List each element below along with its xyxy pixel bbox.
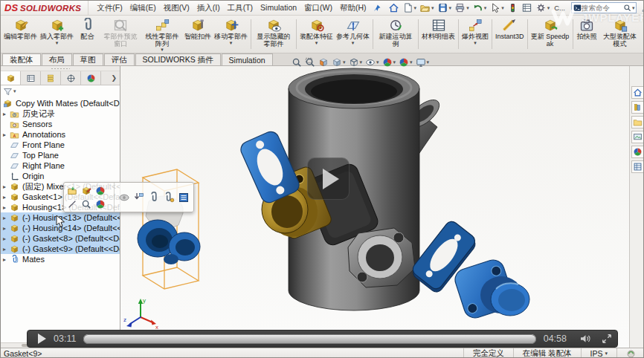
expand-arrow-icon[interactable]: ▸: [3, 256, 10, 263]
move-component-button[interactable]: 移动零部件▾: [213, 16, 249, 52]
linear-component-pattern-caret-icon[interactable]: ▾: [161, 48, 164, 52]
save-caret-icon[interactable]: ▾: [449, 5, 452, 11]
reference-geometry-caret-icon[interactable]: ▾: [352, 41, 355, 45]
context-insert-component-small-button[interactable]: [132, 189, 146, 206]
new-motion-study-button[interactable]: 新建运动算例: [375, 16, 416, 52]
insert-component-button[interactable]: 插入零部件▾: [39, 16, 75, 52]
tab-assembly[interactable]: 装配体: [2, 53, 41, 65]
tree-item-gasket-8[interactable]: ▸(-) Gasket<8> (Default<<Default>: [1, 233, 120, 244]
menu-item-2[interactable]: 视图(V): [160, 1, 193, 15]
context-mate-clip-button[interactable]: [146, 189, 161, 206]
headsup-view-settings-button[interactable]: ▾: [415, 57, 431, 68]
select-button[interactable]: ▾: [488, 2, 506, 13]
headsup-scene-button[interactable]: ▾: [398, 57, 413, 68]
appearances-caret-icon[interactable]: ▾: [393, 59, 396, 65]
open-document-button[interactable]: ▾: [418, 2, 436, 13]
search-box[interactable]: ▾: [571, 2, 637, 13]
home-button[interactable]: [387, 2, 401, 13]
context-hide-component-button[interactable]: [117, 189, 132, 206]
options-button[interactable]: ▾: [534, 2, 552, 13]
headsup-zoom-fit-button[interactable]: [291, 57, 303, 68]
menu-item-3[interactable]: 插入(I): [193, 1, 224, 15]
tab-layout[interactable]: 布局: [42, 53, 72, 65]
volume-icon[interactable]: [579, 333, 591, 345]
graphics-viewport[interactable]: y x z: [120, 66, 629, 348]
headsup-appearances-button[interactable]: ▾: [381, 57, 397, 68]
tree-item-annotations[interactable]: ▸AAnnotations: [1, 129, 120, 140]
context-zoom-select-button[interactable]: [80, 198, 93, 210]
tree-item-top-plane[interactable]: Top Plane: [1, 150, 120, 160]
pin-icon[interactable]: [373, 4, 381, 13]
display-style-caret-icon[interactable]: ▾: [360, 59, 363, 65]
menu-item-4[interactable]: 工具(T): [224, 1, 257, 15]
panel-grip[interactable]: [1, 66, 120, 71]
expand-arrow-icon[interactable]: ▸: [3, 246, 10, 253]
select-caret-icon[interactable]: ▾: [501, 5, 504, 11]
linear-component-pattern-button[interactable]: 线性零部件阵列▾: [141, 16, 183, 52]
search-caret-icon[interactable]: ▾: [632, 5, 635, 11]
view-orientation-caret-icon[interactable]: ▾: [343, 59, 346, 65]
tab-simulation[interactable]: Simulation: [222, 53, 273, 65]
hide-show-items-caret-icon[interactable]: ▾: [376, 59, 379, 65]
mate-button[interactable]: 配合: [75, 16, 100, 52]
taskpane-custom-properties-button[interactable]: [631, 160, 644, 173]
taskpane-view-palette-button[interactable]: [631, 131, 644, 143]
menu-item-0[interactable]: 文件(F): [93, 1, 126, 15]
show-hidden-components-button[interactable]: 显示隐藏的零部件: [253, 16, 294, 52]
headsup-view-orientation-button[interactable]: ▾: [331, 57, 347, 68]
expand-arrow-icon[interactable]: ▸: [3, 111, 10, 117]
filter-caret-icon[interactable]: ▾: [13, 88, 16, 94]
tree-item-history[interactable]: ▸历史记录: [1, 108, 120, 119]
exploded-view-caret-icon[interactable]: ▾: [474, 41, 477, 45]
context-mate-clip-edit-button[interactable]: [161, 189, 176, 206]
status-units[interactable]: IPS ▾: [581, 348, 616, 358]
new-document-caret-icon[interactable]: ▾: [414, 5, 417, 11]
context-color-wheel-button[interactable]: [94, 198, 107, 210]
edit-component-button[interactable]: 编辑零部件: [2, 16, 39, 52]
tree-item-mates[interactable]: ▸Mates: [1, 254, 120, 264]
exploded-view-button[interactable]: 爆炸视图▾: [460, 16, 490, 52]
housing-blue-right[interactable]: [452, 257, 529, 321]
take-snapshot-button[interactable]: 拍快照: [575, 16, 599, 52]
tab-solidworks-addins[interactable]: SOLIDWORKS 插件: [135, 53, 221, 65]
panel-tabs-overflow-icon[interactable]: ❯: [108, 71, 120, 85]
context-open-part-button[interactable]: [65, 184, 79, 197]
headsup-display-style-button[interactable]: ▾: [348, 57, 364, 68]
new-document-button[interactable]: ▾: [401, 2, 419, 13]
taskpane-appearances-button[interactable]: [631, 146, 644, 158]
print-caret-icon[interactable]: ▾: [466, 5, 469, 11]
seek-bar[interactable]: [83, 334, 535, 344]
bill-of-materials-button[interactable]: 材料明细表: [420, 16, 457, 52]
menu-item-1[interactable]: 编辑(E): [126, 1, 160, 15]
tree-item-origin[interactable]: Origin: [1, 171, 120, 181]
rebuild-button[interactable]: [506, 2, 520, 13]
reference-geometry-button[interactable]: 参考几何体▾: [335, 16, 371, 52]
search-input[interactable]: [582, 4, 623, 12]
update-speedpak-button[interactable]: 更新 Speedpak: [529, 16, 571, 52]
panel-tab-configuration-manager[interactable]: [41, 71, 61, 85]
tree-item-right-plane[interactable]: Right Plane: [1, 160, 120, 171]
context-isolate-line-button[interactable]: [65, 198, 79, 210]
fullscreen-icon[interactable]: [602, 333, 612, 344]
tree-item-root-copy-with-mates[interactable]: Copy With Mates (Default<Default_Di: [1, 98, 120, 108]
headsup-hide-show-items-button[interactable]: ▾: [364, 57, 380, 68]
options-list-button[interactable]: [520, 2, 534, 13]
expand-arrow-icon[interactable]: ▸: [3, 204, 10, 211]
context-edit-part-button[interactable]: [80, 184, 93, 197]
expand-arrow-icon[interactable]: ▸: [3, 235, 10, 242]
smart-fasteners-button[interactable]: 智能扣件: [183, 16, 213, 52]
move-component-caret-icon[interactable]: ▾: [230, 41, 233, 45]
save-button[interactable]: ▾: [436, 2, 454, 13]
instant3d-button[interactable]: Instant3D: [494, 16, 526, 52]
user-account-icon[interactable]: [640, 3, 644, 13]
tree-item-housing-14[interactable]: ▸(-) Housing<14> (Default<<Defau: [1, 223, 120, 233]
undo-button[interactable]: ▾: [471, 2, 489, 13]
expand-arrow-icon[interactable]: ▸: [3, 225, 10, 232]
open-document-caret-icon[interactable]: ▾: [431, 5, 434, 11]
undo-caret-icon[interactable]: ▾: [484, 5, 487, 11]
panel-tab-dimxpert[interactable]: [61, 71, 81, 85]
tab-evaluate[interactable]: 评估: [104, 53, 135, 65]
scene-caret-icon[interactable]: ▾: [410, 59, 413, 65]
taskpane-design-library-button[interactable]: [631, 101, 644, 114]
options-caret-icon[interactable]: ▾: [547, 5, 550, 11]
